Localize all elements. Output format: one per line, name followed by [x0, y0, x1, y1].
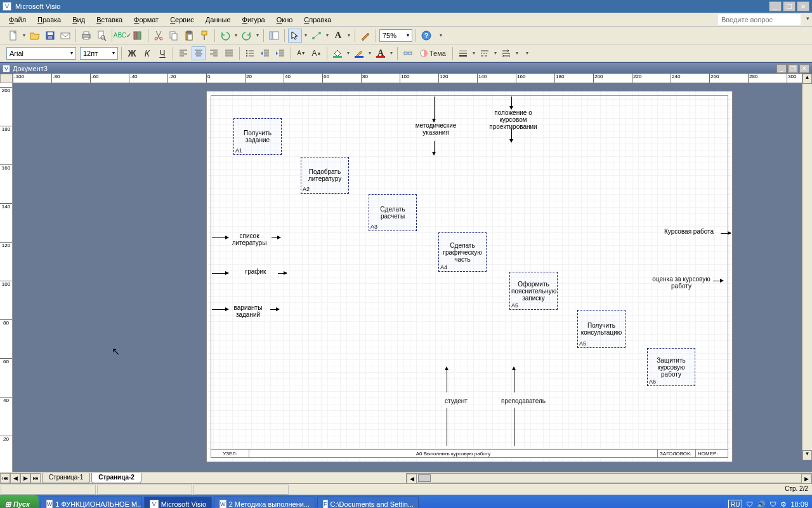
menu-insert[interactable]: Вставка: [91, 14, 128, 25]
vertical-ruler[interactable]: 20018016014012010080604020: [0, 83, 13, 472]
paste-button[interactable]: [182, 29, 196, 43]
output-label[interactable]: Курсовая работа: [657, 228, 721, 235]
scroll-up-button[interactable]: ▲: [802, 74, 812, 84]
output-arrow[interactable]: [713, 281, 723, 281]
taskbar-item[interactable]: FC:\Documents and Settin...: [317, 497, 419, 508]
menu-window[interactable]: Окно: [272, 14, 298, 25]
font-color-dropdown[interactable]: ▾: [389, 50, 394, 56]
idef-box-A2[interactable]: Подобрать литературуA2: [301, 157, 349, 194]
control-arrow[interactable]: [511, 97, 512, 109]
save-button[interactable]: [43, 29, 57, 43]
connector-tool[interactable]: [310, 29, 324, 43]
input-arrow[interactable]: [278, 273, 287, 274]
menu-tools[interactable]: Сервис: [165, 14, 199, 25]
print-button[interactable]: [79, 29, 93, 43]
tab-last-button[interactable]: ⏭: [30, 473, 41, 483]
idef-box-A5[interactable]: Оформить пояснительную запискуA5: [509, 272, 558, 310]
start-button[interactable]: ⊞Пуск: [0, 495, 39, 508]
bold-button[interactable]: Ж: [125, 46, 139, 60]
tray-icon[interactable]: 🔊: [757, 500, 766, 509]
control-arrow[interactable]: [511, 128, 512, 142]
menu-file[interactable]: Файл: [4, 14, 31, 25]
line-weight-dropdown[interactable]: ▾: [471, 50, 476, 56]
taskbar-item[interactable]: W2 Методика выполнени...: [214, 497, 315, 508]
font-name-combo[interactable]: Arial▾: [6, 47, 76, 60]
mechanism-arrow[interactable]: [514, 367, 514, 392]
tray-clock[interactable]: 18:09: [790, 500, 808, 508]
input-arrow[interactable]: [272, 237, 280, 238]
align-justify-button[interactable]: [222, 46, 236, 60]
lang-indicator[interactable]: RU: [728, 500, 742, 509]
zoom-combo[interactable]: 75%▾: [379, 29, 412, 42]
menu-shape[interactable]: Фигура: [237, 14, 270, 25]
cut-button[interactable]: [152, 29, 166, 43]
format-painter-button[interactable]: [197, 29, 211, 43]
doc-restore-button[interactable]: ❐: [788, 64, 798, 73]
vertical-scrollbar[interactable]: ▲ ▼: [802, 74, 812, 460]
line-ends-dropdown[interactable]: ▾: [514, 50, 520, 56]
tab-first-button[interactable]: ⏮: [0, 473, 10, 483]
ink-tool[interactable]: [358, 29, 372, 43]
fill-dropdown[interactable]: ▾: [346, 50, 351, 56]
increase-indent-button[interactable]: [273, 46, 287, 60]
redo-button[interactable]: [240, 29, 254, 43]
menu-data[interactable]: Данные: [200, 14, 236, 25]
taskbar-item[interactable]: W1 ФУНКЦИОНАЛЬНОЕ М...: [41, 497, 142, 508]
scroll-right-button[interactable]: ▶: [801, 474, 811, 484]
text-tool[interactable]: A: [331, 29, 345, 43]
scroll-down-button[interactable]: ▼: [802, 450, 812, 460]
theme-button[interactable]: Тема: [416, 46, 449, 60]
tray-icon[interactable]: 🛡: [746, 500, 753, 508]
control-arrow[interactable]: [434, 141, 435, 155]
menu-view[interactable]: Вид: [67, 14, 90, 25]
open-button[interactable]: [28, 29, 42, 43]
tab-prev-button[interactable]: ◀: [10, 473, 20, 483]
menu-edit[interactable]: Правка: [32, 14, 66, 25]
new-dropdown[interactable]: ▾: [22, 32, 27, 38]
minimize-button[interactable]: _: [769, 1, 782, 11]
redo-dropdown[interactable]: ▾: [255, 32, 260, 38]
control-label[interactable]: методические указания: [407, 122, 464, 136]
menu-format[interactable]: Формат: [129, 14, 164, 25]
input-label[interactable]: график: [233, 268, 278, 275]
canvas[interactable]: Получить заданиеA1Подобрать литературуA2…: [13, 83, 812, 472]
undo-dropdown[interactable]: ▾: [233, 32, 239, 38]
control-label[interactable]: положение о курсовом проектировании: [485, 109, 542, 130]
text-dropdown[interactable]: ▾: [346, 32, 351, 38]
hscroll-thumb[interactable]: [418, 474, 431, 482]
horizontal-ruler[interactable]: -100-80-60-40-20020406080100120140160180…: [13, 74, 812, 83]
mechanism-line[interactable]: [514, 408, 514, 446]
format-toolbar-overflow[interactable]: ▾: [525, 50, 530, 56]
doc-close-button[interactable]: ✕: [799, 64, 809, 73]
email-button[interactable]: [58, 29, 72, 43]
pointer-dropdown[interactable]: ▾: [303, 32, 308, 38]
underline-button[interactable]: Ч: [155, 46, 169, 60]
font-color-button[interactable]: A: [374, 46, 388, 60]
align-left-button[interactable]: [176, 46, 190, 60]
control-arrow[interactable]: [434, 97, 435, 122]
input-label[interactable]: варианты заданий: [226, 304, 270, 318]
help-dropdown-icon[interactable]: ▾: [806, 15, 809, 22]
line-pattern-dropdown[interactable]: ▾: [493, 50, 498, 56]
toolbar-overflow[interactable]: ▾: [438, 32, 443, 38]
connector-dropdown[interactable]: ▾: [325, 32, 330, 38]
mechanism-label[interactable]: преподаватель: [495, 398, 552, 404]
menu-help[interactable]: Справка: [299, 14, 336, 25]
tab-next-button[interactable]: ▶: [20, 473, 30, 483]
line-ends-button[interactable]: [499, 46, 513, 60]
font-size-combo[interactable]: 12пт▾: [80, 47, 118, 60]
align-right-button[interactable]: [207, 46, 221, 60]
print-preview-button[interactable]: [95, 29, 108, 43]
tray-icon[interactable]: ⚙: [780, 500, 787, 509]
decrease-indent-button[interactable]: [258, 46, 272, 60]
line-pattern-button[interactable]: [478, 46, 492, 60]
idef-box-A1[interactable]: Получить заданиеA1: [233, 118, 282, 155]
italic-button[interactable]: К: [140, 46, 154, 60]
increase-font-button[interactable]: A▲: [310, 46, 324, 60]
line-color-button[interactable]: [352, 46, 366, 60]
mechanism-label[interactable]: студент: [428, 398, 485, 404]
align-center-button[interactable]: [192, 46, 206, 60]
line-weight-button[interactable]: [456, 46, 470, 60]
tab-page-2[interactable]: Страница-2: [91, 473, 141, 483]
idef-box-A6[interactable]: Защитить курсовую работуA6: [647, 348, 695, 386]
